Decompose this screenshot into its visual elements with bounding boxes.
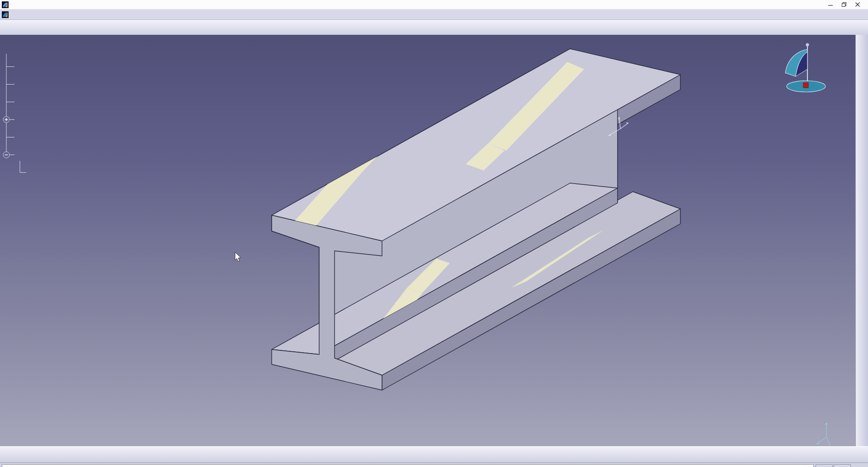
minimize-button[interactable] [824,0,837,9]
right-toolbar [855,35,868,447]
top-toolbar [0,20,868,36]
window-controls [824,0,864,9]
restore-button[interactable] [837,0,851,9]
spec-tree [3,40,165,189]
compass-anchor[interactable] [803,83,808,88]
catia-document-icon [2,11,9,18]
close-button[interactable] [851,0,864,9]
viewport-3d[interactable] [0,35,856,447]
title-bar [0,0,868,9]
menu-bar [0,9,868,20]
status-message-field [2,464,814,467]
mini-axis [816,423,830,445]
catia-app-icon [2,1,9,8]
compass[interactable] [785,43,826,92]
status-button-1[interactable] [816,464,833,467]
ibeam-model[interactable] [271,49,680,390]
status-bar [0,462,868,467]
tree-connectors [3,40,156,185]
status-button-2[interactable] [834,464,851,467]
mouse-cursor [235,252,241,261]
expander-manifold[interactable] [3,152,9,158]
expander-axis-systems[interactable] [3,117,9,123]
bottom-toolbar [0,446,868,463]
